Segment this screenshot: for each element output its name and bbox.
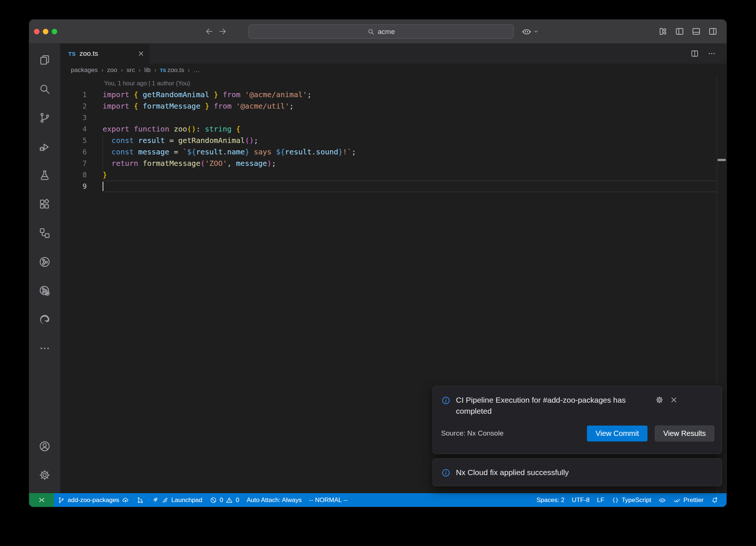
info-icon [441,396,451,405]
breadcrumb: packages›zoo›src›lib›TS zoo.ts›… [60,64,726,77]
notification-source: Source: Nx Console [441,429,504,437]
git-blame-annotation: You, 1 hour ago | 1 author (You) [104,78,190,89]
remote-indicator[interactable] [29,493,54,507]
code-line-2[interactable]: 2import { formatMessage } from '@acme/ut… [60,100,726,112]
view-commit-button[interactable]: View Commit [587,426,647,441]
activity-nx-console[interactable] [29,248,60,276]
code-line-3[interactable]: 3 [60,112,726,123]
status-auto-attach[interactable]: Auto Attach: Always [243,493,305,507]
back-icon[interactable] [205,27,214,36]
nx-cloud-icon [38,284,51,297]
breadcrumb-item-4[interactable]: TS zoo.ts [160,66,184,74]
activity-edge-tools[interactable] [29,305,60,334]
code-line-6[interactable]: 6 const message = `${result.name} says $… [60,146,726,158]
code-text [87,112,103,123]
more-actions-icon[interactable] [707,49,716,58]
status-bar: add-zoo-packagesLaunchpad00Auto Attach: … [29,493,726,507]
overview-ruler-cursor-mark [718,159,726,161]
view-results-button[interactable]: View Results [655,426,714,441]
status-copilot-status[interactable] [655,493,670,507]
activity-accounts[interactable] [29,432,60,461]
status-problems[interactable]: 00 [206,493,243,507]
code-line-4[interactable]: 4export function zoo(): string { [60,123,726,135]
line-number: 6 [60,146,87,158]
command-center[interactable]: acme [248,24,514,39]
activity-search[interactable] [29,75,60,103]
activity-explorer[interactable] [29,46,60,75]
status-source-control-graph[interactable] [133,493,148,507]
notification-toast-nx-cloud: Nx Cloud fix applied successfully [433,458,722,486]
status-notifications-bell[interactable] [707,493,722,507]
code-line-7[interactable]: 7 return formatMessage('ZOO', message); [60,158,726,169]
code-text: export function zoo(): string { [87,123,240,135]
forward-icon[interactable] [218,27,227,36]
status-eol[interactable]: LF [593,493,608,507]
activity-source-control[interactable] [29,103,60,132]
gear-icon [38,469,51,481]
status-label: add-zoo-packages [68,496,119,504]
breadcrumb-item-3[interactable]: lib [144,66,151,74]
status-label: TypeScript [622,496,651,504]
info-icon [441,468,451,478]
titlebar: acme [29,20,726,44]
vscode-window: acme TS zoo.ts [29,20,726,507]
breadcrumb-separator: › [102,67,103,74]
breadcrumb-item-1[interactable]: zoo [107,66,117,74]
desktop: { "window": { "traffic_lights": [ {"name… [0,0,756,546]
close-button[interactable] [34,29,39,34]
close-tab-icon[interactable] [137,50,145,57]
line-number: 8 [60,169,87,181]
code-line-5[interactable]: 5 const result = getRandomAnimal(); [60,135,726,146]
status-encoding[interactable]: UTF-8 [568,493,593,507]
notification-close-icon[interactable] [670,396,678,404]
typescript-file-icon: TS [160,68,167,73]
code-line-1[interactable]: 1import { getRandomAnimal } from '@acme/… [60,89,726,100]
nx-console-icon [38,256,51,268]
code-text: const message = `${result.name} says ${r… [87,146,356,158]
notification-message: CI Pipeline Execution for #add-zoo-packa… [456,395,644,417]
edge-icon [38,313,51,326]
toggle-panel-icon[interactable] [691,27,701,36]
activity-extensions[interactable] [29,190,60,219]
status-label: Prettier [683,496,704,504]
zoom-button[interactable] [52,29,57,34]
code-line-8[interactable]: 8} [60,169,726,181]
activity-project-hierarchy[interactable] [29,219,60,248]
status-formatter[interactable]: Prettier [670,493,707,507]
minimize-button[interactable] [43,29,48,34]
current-line-highlight [103,181,717,192]
toggle-primary-sidebar-icon[interactable] [675,27,684,36]
breadcrumb-separator: › [154,67,156,74]
status-language-mode[interactable]: TypeScript [608,493,655,507]
activity-settings[interactable] [29,461,60,489]
status-label: LF [597,496,604,504]
error-icon [210,496,217,504]
breadcrumb-item-0[interactable]: packages [71,66,98,74]
tab-label: zoo.ts [79,50,98,58]
layout-controls [658,20,718,43]
breadcrumb-item-2[interactable]: src [127,66,135,74]
status-label: Spaces: 2 [536,496,564,504]
activity-more-views[interactable] [29,334,60,363]
status-launchpad[interactable]: Launchpad [148,493,206,507]
activity-run-and-debug[interactable] [29,132,60,161]
copilot-icon [522,27,532,37]
customize-layout-icon[interactable] [658,27,668,36]
line-number: 2 [60,100,87,112]
copilot-menu[interactable] [522,20,539,43]
code-text: return formatMessage('ZOO', message); [87,158,276,169]
plug-icon [161,496,169,504]
activity-nx-cloud[interactable] [29,276,60,305]
tab-zoo-ts[interactable]: TS zoo.ts [60,44,150,64]
traffic-lights [29,29,57,34]
status-indentation[interactable]: Spaces: 2 [533,493,568,507]
breadcrumb-item-5[interactable]: … [193,66,200,74]
split-editor-icon[interactable] [690,49,699,58]
line-number: 7 [60,158,87,169]
status-git-branch[interactable]: add-zoo-packages [54,493,133,507]
status-vim-mode[interactable]: -- NORMAL -- [305,493,351,507]
activity-testing[interactable] [29,161,60,190]
notification-settings-icon[interactable] [655,396,664,404]
history-nav [205,20,227,43]
toggle-secondary-sidebar-icon[interactable] [708,27,718,36]
